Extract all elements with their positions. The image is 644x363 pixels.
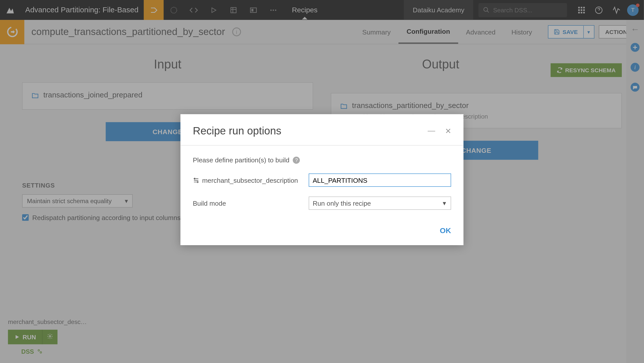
minimize-icon[interactable]: — xyxy=(428,127,435,135)
close-icon[interactable]: ✕ xyxy=(445,126,451,136)
ok-button[interactable]: OK xyxy=(440,227,451,235)
partition-dim-label: merchant_subsector_description xyxy=(202,176,298,184)
recipe-run-options-modal: Recipe run options — ✕ Please define par… xyxy=(180,114,463,245)
modal-prompt: Please define partition(s) to build xyxy=(193,156,289,164)
build-mode-select[interactable]: Run only this recipe xyxy=(309,197,451,210)
help-icon[interactable]: ? xyxy=(293,156,300,163)
build-mode-label: Build mode xyxy=(193,199,226,207)
partition-dim-icon xyxy=(193,177,199,183)
modal-title: Recipe run options xyxy=(193,125,281,137)
partition-value-input[interactable] xyxy=(309,173,451,187)
